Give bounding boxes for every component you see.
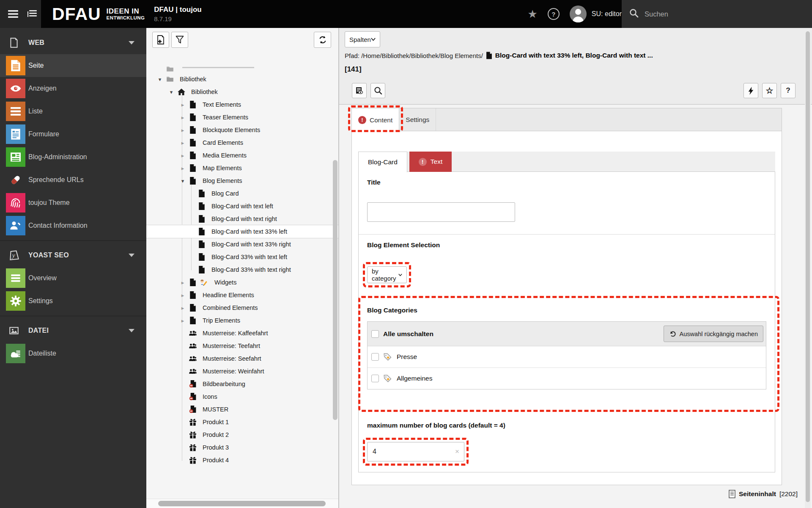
docheader-help-button[interactable]: ? <box>781 83 796 98</box>
tree-node-headline-elements[interactable]: ▸Headline Elements <box>146 289 338 301</box>
search-record-button[interactable] <box>370 83 385 98</box>
refresh-button[interactable] <box>314 32 331 48</box>
tree-node-widgets[interactable]: ▸Widgets <box>146 276 338 289</box>
tree-node-blog-card-with-text-33-right[interactable]: Blog-Card with text 33% right <box>146 238 338 251</box>
sidebar-item-label: Blog-Administration <box>28 153 87 161</box>
tree-node-muster[interactable]: MUSTER <box>146 403 338 416</box>
tree-node-produkt-2[interactable]: Produkt 2 <box>146 428 338 441</box>
sidebar-item-contact-information[interactable]: Contact Information <box>0 214 146 237</box>
tree-node-label: Blog-Card with text 33% left <box>211 228 287 235</box>
tree-expander-icon[interactable]: ▸ <box>180 305 186 311</box>
tab-text[interactable]: ! Text <box>409 152 452 172</box>
sidebar-item-liste[interactable]: Liste <box>0 100 146 123</box>
tree-node-musterreise-kaffeefahrt[interactable]: Musterreise: Kaffeefahrt <box>146 327 338 340</box>
max-cards-input[interactable] <box>367 442 464 461</box>
tree-node-bibliothek[interactable]: ▾Bibliothek <box>146 86 338 98</box>
sidebar-item-anzeigen[interactable]: Anzeigen <box>0 77 146 100</box>
filter-button[interactable] <box>171 32 188 48</box>
category-checkbox[interactable] <box>371 375 379 382</box>
tree-expander-icon[interactable]: ▸ <box>180 140 186 146</box>
sidebar-item-seite[interactable]: Seite <box>0 54 146 77</box>
sidebar-item-formulare[interactable]: Formulare <box>0 123 146 146</box>
content-element-icon <box>729 490 735 498</box>
menu-hamburger-icon[interactable] <box>6 7 20 21</box>
tab-blog-card[interactable]: Blog-Card <box>358 152 407 172</box>
pagetree-toggle-icon[interactable] <box>25 7 39 21</box>
user-menu[interactable]: SU: editor <box>570 6 622 22</box>
topbar-left <box>0 0 41 28</box>
tree-node-produkt-1[interactable]: Produkt 1 <box>146 416 338 428</box>
tree-node-bibliothek[interactable]: ▾Bibliothek <box>146 73 338 86</box>
toggle-all-checkbox[interactable] <box>371 330 379 338</box>
tree-node-musterreise-seefahrt[interactable]: Musterreise: Seefahrt <box>146 352 338 365</box>
tree-node-label: MUSTER <box>203 406 228 413</box>
sidebar-header-datei[interactable]: DATEI <box>0 319 146 342</box>
bookmark-star-icon[interactable]: ★ <box>528 8 538 19</box>
tree-expander-icon[interactable]: ▸ <box>180 127 186 133</box>
tree-node-blockquote-elements[interactable]: ▸Blockquote Elements <box>146 124 338 136</box>
topbar-tools: ★ ? SU: editor <box>528 0 622 28</box>
tree-node-blog-card-with-text-left[interactable]: Blog-Card with text left <box>146 200 338 213</box>
tree-node-musterreise-weinfahrt[interactable]: Musterreise: Weinfahrt <box>146 365 338 378</box>
tree-node-blog-card-33-with-text-right[interactable]: Blog-Card 33% with text right <box>146 263 338 276</box>
tree-node-text-elements[interactable]: ▸Text Elements <box>146 98 338 111</box>
tree-expander-icon[interactable]: ▸ <box>180 318 186 323</box>
sidebar-header-web[interactable]: WEB <box>0 31 146 54</box>
tree-vertical-scrollbar[interactable] <box>333 160 337 420</box>
chevron-down-icon <box>129 41 134 44</box>
formulare-icon <box>6 124 25 144</box>
undo-selection-button[interactable]: Auswahl rückgängig machen <box>664 326 763 342</box>
tree-node-combined-elements[interactable]: ▸Combined Elements <box>146 301 338 314</box>
tree-expander-icon[interactable]: ▸ <box>180 153 186 158</box>
tree-node-bildbearbeitung[interactable]: Bildbearbeitung <box>146 378 338 390</box>
category-mode-select[interactable]: by category <box>367 266 407 283</box>
tree-node-blog-elements[interactable]: ▾Blog Elements <box>146 174 338 187</box>
tree-node-trip-elements[interactable]: ▸Trip Elements <box>146 314 338 327</box>
search-input[interactable] <box>644 10 772 19</box>
undo-icon <box>669 330 676 337</box>
tree-node-media-elements[interactable]: ▸Media Elements <box>146 149 338 162</box>
tree-node-musterreise-teefahrt[interactable]: Musterreise: Teefahrt <box>146 340 338 352</box>
tree-node-map-elements[interactable]: ▸Map Elements <box>146 162 338 174</box>
sidebar-item-sprechende-urls[interactable]: Sprechende URLs <box>0 168 146 191</box>
gift-icon <box>189 444 197 451</box>
sidebar-item-dateiliste[interactable]: Dateiliste <box>0 342 146 365</box>
bookmark-button[interactable]: ☆ <box>762 83 777 98</box>
category-checkbox[interactable] <box>371 353 379 361</box>
tree-expander-icon[interactable]: ▸ <box>180 115 186 120</box>
tree-expander-icon[interactable]: ▸ <box>180 102 186 108</box>
sidebar-item-blog-administration[interactable]: Blog-Administration <box>0 146 146 168</box>
tree-expander-icon[interactable]: ▾ <box>168 89 174 95</box>
tree-node-icons[interactable]: Icons <box>146 390 338 403</box>
tree-node-blog-card-33-with-text-left[interactable]: Blog-Card 33% with text left <box>146 251 338 263</box>
tree-node-label: Blog Card <box>211 190 239 197</box>
tree-expander-icon[interactable]: ▾ <box>180 178 186 184</box>
clear-cache-button[interactable] <box>743 83 758 98</box>
tag-icon <box>383 374 392 383</box>
help-icon[interactable]: ? <box>548 8 560 20</box>
tree-node-teaser-elements[interactable]: ▸Teaser Elements <box>146 111 338 124</box>
sidebar-item-overview[interactable]: Overview <box>0 267 146 290</box>
tab-settings[interactable]: Settings <box>399 108 436 131</box>
tree-node-card-elements[interactable]: ▸Card Elements <box>146 136 338 149</box>
clear-input-icon[interactable]: × <box>455 447 459 456</box>
tree-node-blog-card-with-text-33-left[interactable]: Blog-Card with text 33% left <box>146 225 338 238</box>
main-scrollbar[interactable] <box>806 31 810 502</box>
tree-node-blog-card-with-text-right[interactable]: Blog-Card with text right <box>146 213 338 225</box>
tree-node-produkt-3[interactable]: Produkt 3 <box>146 441 338 454</box>
tree-expander-icon[interactable]: ▸ <box>180 166 186 171</box>
page-info-button[interactable] <box>352 83 367 98</box>
tree-node-produkt-4[interactable]: Produkt 4 <box>146 454 338 467</box>
sidebar-item-toujou-theme[interactable]: toujou Theme <box>0 191 146 214</box>
view-mode-select[interactable]: Spalten <box>345 31 380 47</box>
tree-horizontal-scrollbar[interactable] <box>158 501 326 506</box>
tree-expander-icon[interactable]: ▸ <box>180 293 186 298</box>
tree-expander-icon[interactable]: ▸ <box>180 280 186 285</box>
tree-node-blog-card[interactable]: Blog Card <box>146 187 338 200</box>
new-page-button[interactable] <box>152 32 169 48</box>
sidebar-header-yoast-seo[interactable]: yYOAST SEO <box>0 244 146 267</box>
sidebar-item-settings[interactable]: Settings <box>0 290 146 312</box>
tree-expander-icon[interactable]: ▾ <box>157 77 163 82</box>
title-input[interactable] <box>367 202 515 222</box>
tab-content[interactable]: ! Content <box>352 108 399 132</box>
